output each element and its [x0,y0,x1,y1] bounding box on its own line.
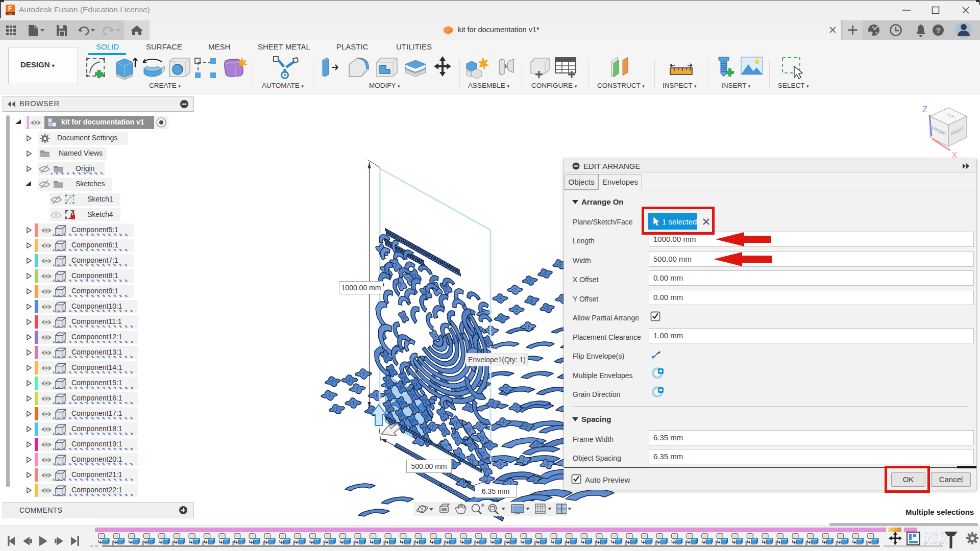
svg-text:Z: Z [922,105,927,114]
svg-text:?: ? [936,26,940,35]
